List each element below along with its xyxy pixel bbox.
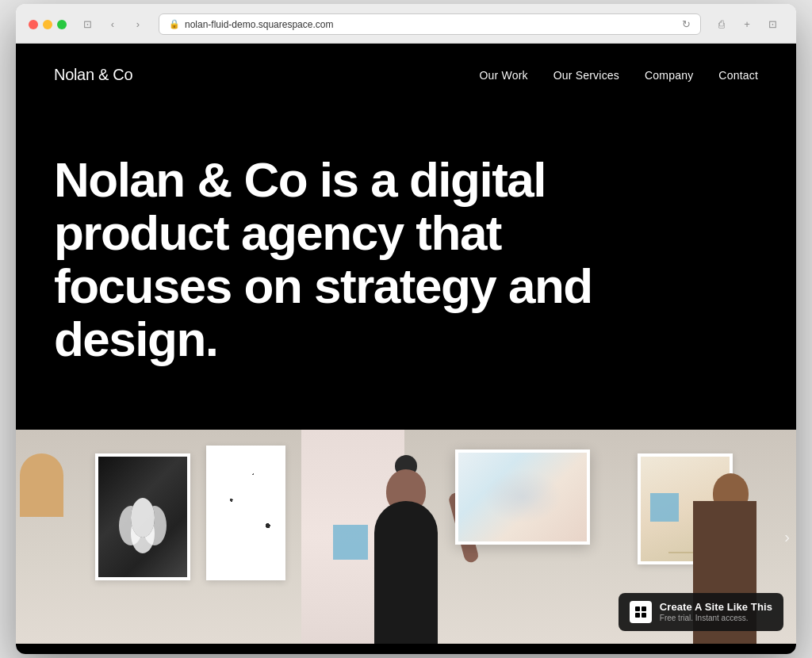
forward-button[interactable]: › xyxy=(127,16,149,33)
person-left-hair xyxy=(20,453,63,517)
browser-actions: ⎙ + ⊡ xyxy=(710,16,783,33)
back-button[interactable]: ‹ xyxy=(102,16,124,33)
hero-image-section: › Create A Site Like This Free trial. xyxy=(16,430,796,644)
nav-links: Our Work Our Services Company Contact xyxy=(479,69,758,82)
person-left xyxy=(16,485,63,644)
website-content: Nolan & Co Our Work Our Services Company… xyxy=(16,44,796,654)
artwork-float-content xyxy=(458,453,587,541)
flower-artwork xyxy=(119,498,167,561)
scene-background: › Create A Site Like This Free trial. xyxy=(16,430,796,644)
browser-window: ⊡ ‹ › 🔒 nolan-fluid-demo.squarespace.com… xyxy=(16,4,796,654)
nav-link-company[interactable]: Company xyxy=(645,69,693,82)
address-bar[interactable]: 🔒 nolan-fluid-demo.squarespace.com ↻ xyxy=(159,13,701,35)
maximize-button[interactable] xyxy=(57,20,67,29)
window-mode-button[interactable]: ⊡ xyxy=(76,16,98,33)
sidebar-button[interactable]: ⊡ xyxy=(761,16,783,33)
site-logo[interactable]: Nolan & Co xyxy=(54,66,132,84)
nav-link-our-services[interactable]: Our Services xyxy=(553,69,619,82)
nav-link-contact[interactable]: Contact xyxy=(718,69,758,82)
artwork-frame-float xyxy=(455,450,590,545)
lock-icon: 🔒 xyxy=(169,19,180,29)
artwork-frame-2 xyxy=(206,446,285,580)
badge-title: Create A Site Like This xyxy=(660,601,772,613)
badge-subtitle: Free trial. Instant access. xyxy=(660,614,772,622)
traffic-lights xyxy=(29,20,67,29)
hero-section: Nolan & Co is a digital product agency t… xyxy=(16,106,796,430)
svg-rect-2 xyxy=(635,613,640,618)
artwork-2-content xyxy=(209,449,282,577)
squarespace-logo xyxy=(630,601,652,623)
artwork-frame-1 xyxy=(95,453,190,580)
browser-chrome: ⊡ ‹ › 🔒 nolan-fluid-demo.squarespace.com… xyxy=(16,4,796,44)
navigation: Nolan & Co Our Work Our Services Company… xyxy=(16,44,796,106)
squarespace-badge[interactable]: Create A Site Like This Free trial. Inst… xyxy=(619,593,783,631)
new-tab-button[interactable]: + xyxy=(736,16,758,33)
browser-controls: ⊡ ‹ › xyxy=(76,16,149,33)
svg-rect-3 xyxy=(642,613,646,618)
close-button[interactable] xyxy=(29,20,38,29)
svg-rect-1 xyxy=(642,606,646,611)
hero-headline: Nolan & Co is a digital product agency t… xyxy=(54,154,625,366)
refresh-icon[interactable]: ↻ xyxy=(682,18,691,30)
squarespace-badge-text: Create A Site Like This Free trial. Inst… xyxy=(660,601,772,622)
person-body xyxy=(374,501,438,644)
minimize-button[interactable] xyxy=(43,20,52,29)
person-center xyxy=(358,461,454,644)
url-text: nolan-fluid-demo.squarespace.com xyxy=(185,19,333,30)
artwork-1-content xyxy=(98,457,187,577)
sticky-note-2 xyxy=(650,493,679,522)
scroll-right-arrow[interactable]: › xyxy=(784,527,790,545)
nav-link-our-work[interactable]: Our Work xyxy=(479,69,527,82)
svg-rect-0 xyxy=(635,606,640,611)
share-button[interactable]: ⎙ xyxy=(710,16,733,33)
